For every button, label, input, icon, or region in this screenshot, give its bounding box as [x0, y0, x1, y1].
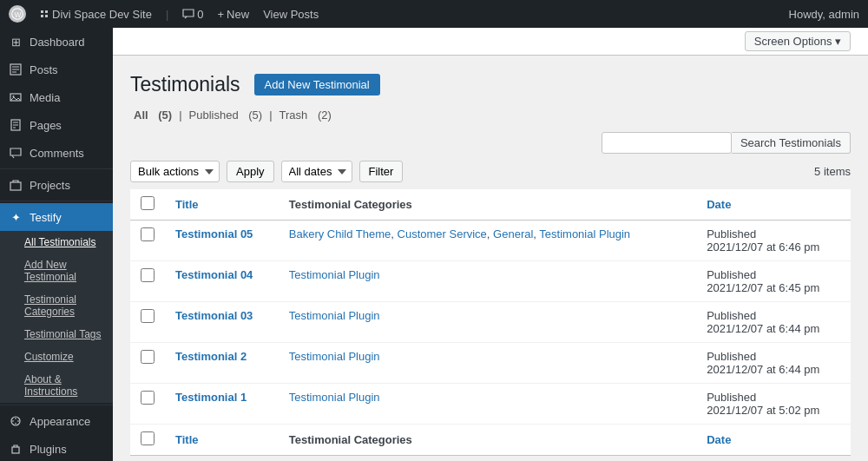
- filters-row: Bulk actions Apply All dates Filter 5 it…: [130, 161, 851, 182]
- search-testimonials-button[interactable]: Search Testimonials: [732, 132, 851, 154]
- comments-link[interactable]: 0: [182, 8, 203, 21]
- apply-button-top[interactable]: Apply: [227, 161, 274, 182]
- category-link[interactable]: Testimonial Plugin: [289, 350, 380, 363]
- new-content-link[interactable]: + New: [218, 8, 250, 21]
- page-title: Testimonials: [130, 73, 240, 96]
- svg-rect-16: [10, 182, 21, 190]
- testimonial-date: Published2021/12/07 at 6:44 pm: [696, 343, 851, 384]
- testimonial-title-link[interactable]: Testimonial 1: [175, 391, 247, 404]
- screen-options-button[interactable]: Screen Options ▾: [745, 31, 851, 51]
- dashboard-icon: ⊞: [9, 35, 23, 49]
- category-link[interactable]: General: [493, 227, 533, 240]
- items-count-top: 5 items: [814, 165, 851, 178]
- plugins-icon: [9, 442, 23, 456]
- content-area: Testimonials Add New Testimonial All (5)…: [113, 56, 868, 461]
- col-title-footer: Title: [165, 425, 279, 456]
- testimonial-title-link[interactable]: Testimonial 05: [175, 227, 253, 240]
- comments-icon: [9, 146, 23, 160]
- sidebar-item-pages[interactable]: Pages: [0, 111, 113, 139]
- projects-icon: [9, 178, 23, 192]
- sidebar-item-plugins[interactable]: Plugins: [0, 435, 113, 461]
- row-checkbox-0[interactable]: [141, 227, 155, 241]
- svg-rect-2: [41, 10, 43, 13]
- pages-icon: [9, 118, 23, 132]
- svg-rect-5: [45, 15, 48, 17]
- howdy-text: Howdy, admin: [789, 8, 859, 21]
- testimonial-categories: Bakery Child Theme, Customer Service, Ge…: [279, 221, 696, 261]
- testimonial-categories: Testimonial Plugin: [279, 302, 696, 343]
- media-icon: [9, 90, 23, 104]
- screen-options-bar: Screen Options ▾: [113, 28, 868, 56]
- testimonial-date: Published2021/12/07 at 6:46 pm: [696, 221, 851, 261]
- submenu-add-new[interactable]: Add New Testimonial: [0, 254, 113, 288]
- submenu-tags[interactable]: Testimonial Tags: [0, 323, 113, 346]
- filter-published-link[interactable]: Published (5): [186, 109, 266, 122]
- sort-date-link[interactable]: Date: [707, 198, 731, 211]
- row-checkbox-3[interactable]: [141, 350, 155, 364]
- filter-all-link[interactable]: All (5): [130, 109, 175, 122]
- select-all-checkbox-bottom[interactable]: [141, 431, 155, 445]
- sidebar-item-projects[interactable]: Projects: [0, 171, 113, 199]
- sidebar-item-media[interactable]: Media: [0, 83, 113, 111]
- sidebar-item-dashboard[interactable]: ⊞ Dashboard: [0, 28, 113, 56]
- wp-logo[interactable]: W: [9, 5, 26, 23]
- sort-title-link-footer[interactable]: Title: [175, 433, 199, 446]
- search-input[interactable]: [602, 132, 732, 154]
- svg-rect-3: [45, 10, 48, 13]
- col-check-header: [130, 189, 165, 221]
- svg-text:W: W: [15, 10, 22, 19]
- filter-button[interactable]: Filter: [359, 161, 404, 182]
- table-row: Testimonial 04Testimonial PluginPublishe…: [130, 261, 851, 302]
- sidebar-section-appearance: Appearance Plugins Users Tools: [0, 405, 113, 461]
- category-link[interactable]: Testimonial Plugin: [289, 391, 380, 404]
- testify-icon: ✦: [9, 210, 23, 224]
- view-posts-link[interactable]: View Posts: [263, 8, 319, 21]
- row-checkbox-4[interactable]: [141, 391, 155, 405]
- sidebar-item-appearance[interactable]: Appearance: [0, 407, 113, 435]
- category-link[interactable]: Bakery Child Theme: [289, 227, 391, 240]
- page-header: Testimonials Add New Testimonial: [130, 73, 851, 96]
- submenu-all-testimonials[interactable]: All Testimonials: [0, 231, 113, 254]
- add-new-testimonial-button[interactable]: Add New Testimonial: [254, 74, 380, 95]
- main-content: Screen Options ▾ Testimonials Add New Te…: [113, 28, 868, 461]
- appearance-icon: [9, 414, 23, 428]
- testimonial-title-link[interactable]: Testimonial 04: [175, 268, 253, 281]
- col-categories-header: Testimonial Categories: [279, 189, 696, 221]
- sidebar-section-testify: ✦ Testify All Testimonials Add New Testi…: [0, 201, 113, 403]
- sidebar-item-comments[interactable]: Comments: [0, 139, 113, 167]
- bulk-actions-select-top[interactable]: Bulk actions: [130, 161, 220, 182]
- testify-submenu: All Testimonials Add New Testimonial Tes…: [0, 231, 113, 403]
- select-all-checkbox-top[interactable]: [141, 196, 155, 210]
- site-name[interactable]: Divi Space Dev Site: [40, 8, 152, 21]
- submenu-about[interactable]: About & Instructions: [0, 368, 113, 403]
- testimonial-date: Published2021/12/07 at 6:44 pm: [696, 302, 851, 343]
- filter-trash-link[interactable]: Trash (2): [276, 109, 335, 122]
- table-row: Testimonial 1Testimonial PluginPublished…: [130, 384, 851, 425]
- row-checkbox-1[interactable]: [141, 268, 155, 282]
- date-filter-select[interactable]: All dates: [281, 161, 352, 182]
- submenu-categories[interactable]: Testimonial Categories: [0, 288, 113, 323]
- col-categories-footer: Testimonial Categories: [279, 425, 696, 456]
- testimonial-categories: Testimonial Plugin: [279, 261, 696, 302]
- col-date-header: Date: [696, 189, 851, 221]
- sidebar-item-posts[interactable]: Posts: [0, 56, 113, 83]
- testimonial-categories: Testimonial Plugin: [279, 343, 696, 384]
- sort-date-link-footer[interactable]: Date: [707, 433, 731, 446]
- category-link[interactable]: Testimonial Plugin: [539, 227, 630, 240]
- status-filter-nav: All (5) | Published (5) | Trash (2): [130, 109, 851, 122]
- testimonial-title-link[interactable]: Testimonial 03: [175, 309, 253, 322]
- testimonial-date: Published2021/12/07 at 5:02 pm: [696, 384, 851, 425]
- sidebar-section-projects: Projects: [0, 168, 113, 199]
- sidebar-item-testify[interactable]: ✦ Testify: [0, 203, 113, 231]
- table-row: Testimonial 03Testimonial PluginPublishe…: [130, 302, 851, 343]
- category-link[interactable]: Testimonial Plugin: [289, 268, 380, 281]
- submenu-customize[interactable]: Customize: [0, 346, 113, 368]
- category-link[interactable]: Customer Service: [398, 227, 487, 240]
- row-checkbox-2[interactable]: [141, 309, 155, 323]
- sort-title-link[interactable]: Title: [175, 198, 199, 211]
- testimonial-title-link[interactable]: Testimonial 2: [175, 350, 247, 363]
- col-title-header: Title: [165, 189, 279, 221]
- testimonial-categories: Testimonial Plugin: [279, 384, 696, 425]
- category-link[interactable]: Testimonial Plugin: [289, 309, 380, 322]
- svg-rect-18: [12, 447, 19, 453]
